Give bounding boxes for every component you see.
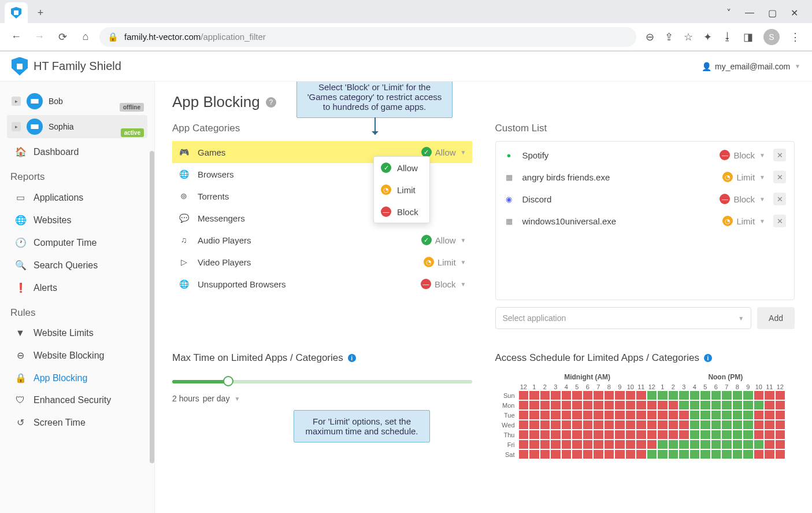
schedule-cell[interactable] xyxy=(647,400,658,410)
schedule-cell[interactable] xyxy=(636,420,647,430)
schedule-cell[interactable] xyxy=(764,449,775,459)
schedule-cell[interactable] xyxy=(593,449,604,459)
remove-button[interactable]: ✕ xyxy=(773,215,786,227)
status-dropdown-trigger[interactable]: ◔Limit▼ xyxy=(722,216,765,226)
schedule-cell[interactable] xyxy=(550,400,561,410)
schedule-cell[interactable] xyxy=(678,390,689,400)
schedule-cell[interactable] xyxy=(775,449,786,459)
maximize-button[interactable]: ▢ xyxy=(768,8,777,19)
remove-button[interactable]: ✕ xyxy=(773,171,786,183)
schedule-cell[interactable] xyxy=(775,440,786,449)
schedule-cell[interactable] xyxy=(529,410,540,420)
schedule-cell[interactable] xyxy=(593,410,604,420)
nav-dashboard[interactable]: 🏠Dashboard xyxy=(0,141,154,163)
schedule-cell[interactable] xyxy=(721,420,732,430)
nav-websites[interactable]: 🌐Websites xyxy=(0,209,154,231)
schedule-cell[interactable] xyxy=(583,400,594,410)
schedule-cell[interactable] xyxy=(678,400,689,410)
schedule-cell[interactable] xyxy=(604,449,615,459)
schedule-cell[interactable] xyxy=(657,420,668,430)
schedule-cell[interactable] xyxy=(636,430,647,440)
nav-website-limits[interactable]: ▼Website Limits xyxy=(0,322,154,344)
schedule-cell[interactable] xyxy=(689,410,700,420)
home-button[interactable]: ⌂ xyxy=(76,28,95,46)
schedule-cell[interactable] xyxy=(604,410,615,420)
schedule-cell[interactable] xyxy=(518,410,529,420)
schedule-cell[interactable] xyxy=(614,390,625,400)
close-button[interactable]: ✕ xyxy=(791,8,798,19)
schedule-cell[interactable] xyxy=(732,430,743,440)
status-dropdown-trigger[interactable]: —Block▼ xyxy=(720,150,765,160)
schedule-cell[interactable] xyxy=(700,440,711,449)
schedule-cell[interactable] xyxy=(625,410,636,420)
schedule-cell[interactable] xyxy=(711,449,722,459)
schedule-cell[interactable] xyxy=(743,440,754,449)
schedule-cell[interactable] xyxy=(529,390,540,400)
remove-button[interactable]: ✕ xyxy=(773,149,786,161)
schedule-cell[interactable] xyxy=(657,449,668,459)
schedule-cell[interactable] xyxy=(647,430,658,440)
add-button[interactable]: Add xyxy=(757,307,795,329)
schedule-cell[interactable] xyxy=(764,420,775,430)
slider-label[interactable]: 2 hours per day ▼ xyxy=(172,394,472,403)
status-dropdown-trigger[interactable]: —Block▼ xyxy=(720,194,765,204)
schedule-cell[interactable] xyxy=(689,420,700,430)
schedule-cell[interactable] xyxy=(700,410,711,420)
schedule-cell[interactable] xyxy=(732,410,743,420)
schedule-cell[interactable] xyxy=(572,390,583,400)
schedule-cell[interactable] xyxy=(711,410,722,420)
schedule-cell[interactable] xyxy=(540,420,551,430)
schedule-cell[interactable] xyxy=(732,400,743,410)
schedule-cell[interactable] xyxy=(561,449,572,459)
schedule-cell[interactable] xyxy=(711,390,722,400)
schedule-cell[interactable] xyxy=(754,410,765,420)
schedule-cell[interactable] xyxy=(583,410,594,420)
schedule-cell[interactable] xyxy=(550,410,561,420)
dropdown-block[interactable]: —Block xyxy=(374,201,429,223)
schedule-cell[interactable] xyxy=(700,449,711,459)
nav-app-blocking[interactable]: 🔒App Blocking xyxy=(0,367,154,389)
schedule-cell[interactable] xyxy=(668,420,679,430)
schedule-cell[interactable] xyxy=(529,400,540,410)
schedule-cell[interactable] xyxy=(572,449,583,459)
info-icon[interactable]: i xyxy=(348,354,356,362)
remove-button[interactable]: ✕ xyxy=(773,193,786,205)
schedule-cell[interactable] xyxy=(721,390,732,400)
schedule-cell[interactable] xyxy=(678,420,689,430)
schedule-cell[interactable] xyxy=(711,440,722,449)
schedule-cell[interactable] xyxy=(721,440,732,449)
schedule-cell[interactable] xyxy=(743,420,754,430)
schedule-cell[interactable] xyxy=(593,430,604,440)
schedule-cell[interactable] xyxy=(732,449,743,459)
schedule-cell[interactable] xyxy=(754,430,765,440)
schedule-cell[interactable] xyxy=(625,449,636,459)
schedule-cell[interactable] xyxy=(583,420,594,430)
info-icon[interactable]: i xyxy=(704,354,712,362)
schedule-cell[interactable] xyxy=(518,440,529,449)
schedule-cell[interactable] xyxy=(711,420,722,430)
schedule-cell[interactable] xyxy=(754,400,765,410)
menu-icon[interactable]: ⋮ xyxy=(790,31,800,43)
zoom-icon[interactable]: ⊖ xyxy=(646,31,654,43)
nav-search-queries[interactable]: 🔍Search Queries xyxy=(0,254,154,276)
schedule-cell[interactable] xyxy=(689,400,700,410)
schedule-cell[interactable] xyxy=(700,390,711,400)
sidepanel-icon[interactable]: ◨ xyxy=(743,31,753,43)
category-row[interactable]: ▷Video Players◔Limit▼ xyxy=(172,251,472,273)
schedule-cell[interactable] xyxy=(593,420,604,430)
user-menu[interactable]: 👤 my_email@mail.com ▼ xyxy=(702,62,800,71)
status-dropdown-trigger[interactable]: ✓Allow▼ xyxy=(421,235,466,245)
schedule-cell[interactable] xyxy=(604,420,615,430)
schedule-cell[interactable] xyxy=(668,400,679,410)
bookmark-icon[interactable]: ☆ xyxy=(684,31,693,43)
schedule-cell[interactable] xyxy=(550,440,561,449)
schedule-cell[interactable] xyxy=(647,410,658,420)
schedule-cell[interactable] xyxy=(572,410,583,420)
schedule-cell[interactable] xyxy=(711,400,722,410)
minimize-button[interactable]: ― xyxy=(745,8,754,19)
schedule-cell[interactable] xyxy=(764,400,775,410)
schedule-cell[interactable] xyxy=(657,390,668,400)
schedule-cell[interactable] xyxy=(764,430,775,440)
schedule-cell[interactable] xyxy=(754,420,765,430)
reload-button[interactable]: ⟳ xyxy=(53,28,72,46)
